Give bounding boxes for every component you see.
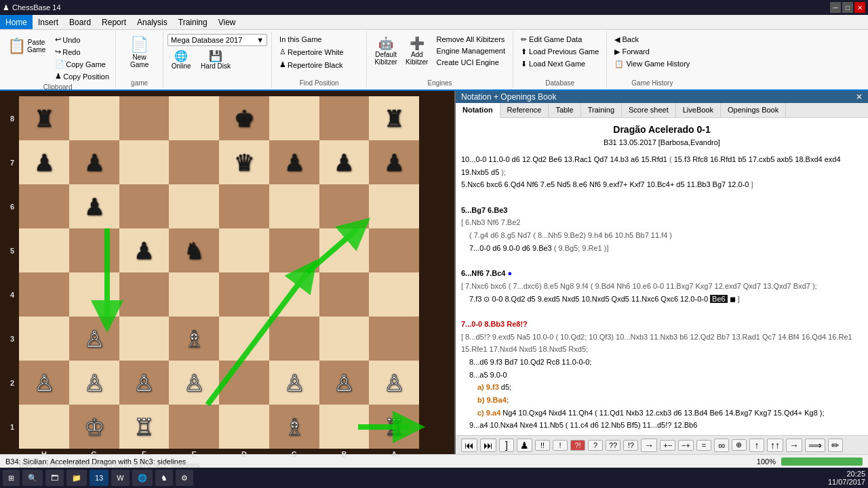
square[interactable] (269, 272, 319, 317)
square[interactable]: ♗ (169, 317, 219, 361)
square[interactable] (319, 272, 370, 317)
square[interactable]: ♖ (369, 405, 419, 449)
square[interactable] (319, 228, 370, 272)
new-game-button[interactable]: 📄 NewGame (127, 34, 152, 70)
square[interactable] (319, 184, 370, 228)
square[interactable] (219, 184, 269, 228)
edit-game-data-button[interactable]: ✏ Edit Game Data (517, 34, 602, 45)
square[interactable]: ♙ (19, 361, 69, 405)
square[interactable] (369, 184, 419, 228)
square[interactable]: ♟ (269, 140, 319, 184)
square[interactable] (169, 272, 219, 317)
square[interactable]: ♚ (219, 96, 269, 140)
square[interactable] (319, 317, 370, 361)
prev-var-button[interactable]: ⏭ (480, 439, 496, 452)
square[interactable] (219, 361, 269, 405)
taskbar-app-search[interactable]: 🔍 (22, 470, 43, 486)
title-bar-controls[interactable]: ─ □ ✕ (830, 2, 865, 13)
repertoire-white-button[interactable]: ♙ Repertoire White (276, 46, 362, 58)
tab-training[interactable]: Training (581, 103, 622, 117)
mistake-button[interactable]: ?! (570, 440, 585, 451)
double-right-button[interactable]: ⟹ (805, 439, 825, 452)
forward-button[interactable]: ▶ Forward (611, 46, 693, 58)
tab-notation[interactable]: Notation (456, 103, 500, 118)
square[interactable] (119, 272, 170, 317)
square[interactable]: ♜ (19, 96, 69, 140)
interesting-button[interactable]: !? (623, 440, 638, 451)
end-var-button[interactable]: ] (499, 439, 514, 452)
square[interactable]: ♙ (119, 361, 170, 405)
paste-game-button[interactable]: 📋 PasteGame (3, 34, 50, 58)
square[interactable]: ♟ (119, 228, 170, 272)
square[interactable] (19, 184, 69, 228)
right-arrow2-button[interactable]: → (786, 439, 802, 452)
plus-equal-button[interactable]: ⊕ (732, 439, 747, 451)
taskbar-app-chrome[interactable]: 🌐 (132, 470, 153, 486)
redo-button[interactable]: ↪ Redo (52, 46, 113, 58)
square[interactable] (19, 317, 69, 361)
blunder-button[interactable]: ? (588, 440, 603, 451)
start-button[interactable]: ⊞ (3, 470, 20, 486)
taskbar-app-settings[interactable]: ⚙ (176, 470, 193, 486)
tab-livebook[interactable]: LiveBook (676, 103, 721, 117)
square[interactable]: ♙ (69, 317, 119, 361)
arrow-right-button[interactable]: → (641, 439, 657, 452)
online-button[interactable]: 🌐 Online (167, 47, 195, 72)
menu-report[interactable]: Report (96, 15, 132, 29)
square[interactable] (19, 228, 69, 272)
square[interactable]: ♙ (319, 361, 370, 405)
square[interactable] (119, 140, 170, 184)
square[interactable] (169, 96, 219, 140)
menu-training[interactable]: Training (173, 15, 213, 29)
square[interactable] (119, 317, 170, 361)
copy-game-button[interactable]: 📄 Copy Game (52, 58, 113, 70)
menu-view[interactable]: View (213, 15, 241, 29)
chess-board[interactable]: ♜♚♜♟♟♛♟♟♟♟♟♞♙♗♙♙♙♙♙♙♙♔♖♗♖ (19, 96, 419, 449)
double-blunder-button[interactable]: ?? (606, 440, 620, 451)
taskbar-app-chess[interactable]: ♞ (155, 470, 173, 486)
square[interactable]: ♙ (69, 361, 119, 405)
hard-disk-button[interactable]: 💾 Hard Disk (197, 47, 234, 72)
in-this-game-button[interactable]: In this Game (276, 34, 362, 45)
minimize-button[interactable]: ─ (830, 2, 841, 13)
square[interactable] (269, 184, 319, 228)
brilliant-button[interactable]: !! (535, 440, 550, 451)
square[interactable]: ♙ (369, 361, 419, 405)
infinity-button[interactable]: ∞ (714, 439, 729, 452)
square[interactable]: ♟ (369, 140, 419, 184)
tab-reference[interactable]: Reference (500, 103, 549, 117)
square[interactable]: ♜ (369, 96, 419, 140)
view-game-history-button[interactable]: 📋 View Game History (611, 58, 693, 70)
square[interactable]: ♙ (269, 361, 319, 405)
square[interactable] (369, 317, 419, 361)
square[interactable] (369, 228, 419, 272)
taskbar-app-explorer[interactable]: 📁 (66, 470, 87, 486)
square[interactable] (219, 405, 269, 449)
tab-openings-book[interactable]: Openings Book (721, 103, 786, 117)
square[interactable]: ♟ (19, 140, 69, 184)
square[interactable]: ♟ (69, 140, 119, 184)
tab-score-sheet[interactable]: Score sheet (622, 103, 676, 117)
equal-button[interactable]: = (696, 440, 711, 451)
square[interactable]: ♖ (119, 405, 170, 449)
create-uci-button[interactable]: Create UCI Engine (433, 57, 509, 68)
taskbar-app-taskview[interactable]: 🗔 (45, 470, 64, 486)
maximize-button[interactable]: □ (842, 2, 853, 13)
database-dropdown[interactable]: Mega Database 2017 ▼ (167, 34, 267, 46)
close-button[interactable]: ✕ (854, 2, 865, 13)
square[interactable] (69, 228, 119, 272)
square[interactable]: ♟ (319, 140, 370, 184)
back-button[interactable]: ◀ Back (611, 34, 693, 45)
load-next-game-button[interactable]: ⬇ Load Next Game (517, 58, 602, 70)
square[interactable] (219, 317, 269, 361)
piece-button[interactable]: ♟ (517, 439, 532, 452)
square[interactable] (319, 405, 370, 449)
menu-home[interactable]: Home (0, 15, 33, 29)
menu-board[interactable]: Board (64, 15, 96, 29)
repertoire-black-button[interactable]: ♟ Repertoire Black (276, 59, 362, 70)
up-button[interactable]: ↑ (749, 439, 764, 452)
menu-analysis[interactable]: Analysis (132, 15, 173, 29)
default-kibitzer-button[interactable]: 🤖 DefaultKibitzer (371, 34, 401, 68)
taskbar-app-word[interactable]: W (111, 470, 129, 486)
square[interactable] (169, 140, 219, 184)
